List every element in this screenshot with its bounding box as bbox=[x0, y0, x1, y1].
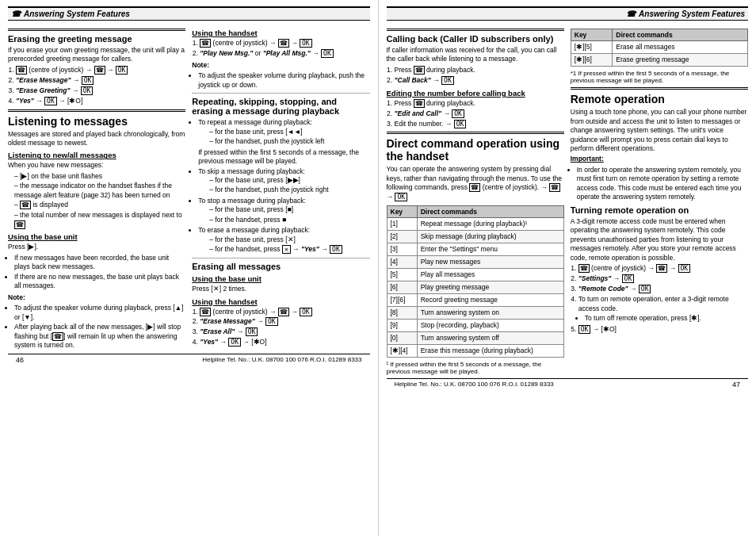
table-key: [4] bbox=[387, 256, 417, 269]
erasing-greeting-steps: ☎ (centre of joystick) → ☎ → OK "Erase M… bbox=[16, 66, 185, 106]
erase-sub: for the base unit, press [✕] for the han… bbox=[209, 235, 369, 255]
table-body: [1] Repeat message (during playback)¹ [2… bbox=[387, 217, 563, 358]
base-note-item: If there are no new messages, the base u… bbox=[14, 273, 185, 291]
handset-notes: To adjust the speaker volume during play… bbox=[198, 71, 369, 90]
ok-key16: OK bbox=[578, 325, 591, 334]
ok-key9: OK bbox=[441, 76, 454, 85]
remote-operation-body: Using a touch tone phone, you can call y… bbox=[571, 108, 748, 153]
ok-key8: OK bbox=[228, 338, 241, 346]
divider4 bbox=[192, 258, 369, 258]
step-item: "Yes" → OK → [✱O] bbox=[16, 97, 185, 106]
divider7 bbox=[571, 87, 748, 90]
left-footer: 46 Helpline Tel. No.: U.K. 08700 100 076… bbox=[8, 354, 370, 366]
table-cmd: Enter the "Settings" menu bbox=[417, 243, 563, 256]
step-item: To turn on remote operation, enter a 3-d… bbox=[578, 295, 748, 323]
table-row: [✱][4] Erase this message (during playba… bbox=[387, 345, 563, 358]
remote-operation-section: Remote operation Using a touch tone phon… bbox=[571, 93, 748, 335]
msg-icon7: ☎ bbox=[656, 264, 667, 273]
skip-sub: for the base unit, press [▶▶] for the ha… bbox=[209, 176, 369, 195]
table-row: [3] Enter the "Settings" menu bbox=[387, 243, 563, 256]
right-header-icon: ☎ bbox=[626, 10, 636, 18]
ok-key11: OK bbox=[454, 120, 467, 128]
right-page-num: 47 bbox=[732, 381, 740, 389]
msg-icon3: ☎ bbox=[52, 332, 63, 341]
listening-new-title: Listening to new/all messages bbox=[8, 151, 185, 159]
handset-title: Using the handset bbox=[192, 29, 369, 37]
indicator-item: the message indicator on the handset fla… bbox=[14, 182, 185, 200]
repeating-list: To repeat a message during playback: for… bbox=[198, 118, 369, 255]
table-key: [3] bbox=[387, 243, 417, 256]
direct-command-table: Key Direct commands [1] Repeat message (… bbox=[387, 205, 564, 358]
table-row: [7][6] Record greeting message bbox=[387, 294, 563, 307]
table-row: [✱][5] Erase all messages bbox=[571, 41, 747, 54]
sub-item: for the base unit, press [✕] bbox=[209, 235, 369, 244]
skip-item: To skip a message during playback: for t… bbox=[198, 167, 369, 195]
repeat-item: To repeat a message during playback: for… bbox=[198, 118, 369, 166]
erasing-all-base-body: Press [✕] 2 times. bbox=[192, 285, 369, 293]
right-header: ☎ Answering System Features bbox=[387, 6, 749, 21]
turning-on-body: A 3-digit remote access code must be ent… bbox=[571, 217, 748, 262]
msg-icon2: ☎ bbox=[14, 220, 25, 229]
divider5 bbox=[387, 29, 564, 31]
ok-key14: OK bbox=[622, 274, 635, 283]
indicator-item: the total number of new messages is disp… bbox=[14, 211, 185, 229]
indicator-item: [▶] on the base unit flashes bbox=[14, 172, 185, 181]
right-col-left: Calling back (Caller ID subscribers only… bbox=[387, 25, 564, 378]
joystick-icon2: ☎ bbox=[200, 39, 211, 48]
table-cmd: Record greeting message bbox=[417, 294, 563, 307]
table-cmd: Play new messages bbox=[417, 256, 563, 269]
ok-key: OK bbox=[82, 76, 94, 85]
table-key: [✱][4] bbox=[387, 345, 417, 358]
remote-table-body: [✱][5] Erase all messages [✱][6] Erase g… bbox=[571, 41, 747, 67]
base-notes: If new messages have been recorded, the … bbox=[14, 254, 185, 291]
left-header-title: ☎ Answering System Features bbox=[11, 10, 130, 18]
joystick-icon: ☎ bbox=[16, 66, 27, 75]
step-item: OK → [✱O] bbox=[578, 325, 748, 335]
caller-id-body: If caller information was received for t… bbox=[387, 46, 564, 64]
table-row: [5] Play all messages bbox=[387, 269, 563, 281]
page-right: ☎ Answering System Features Calling back… bbox=[379, 0, 757, 536]
listening-body: Messages are stored and played back chro… bbox=[8, 130, 185, 148]
handset-note-item: To adjust the speaker volume during play… bbox=[198, 71, 369, 90]
remote-table-footnote: *1 If pressed within the first 5 seconds… bbox=[571, 70, 748, 84]
important-item: In order to operate the answering system… bbox=[577, 166, 748, 202]
joystick-icon4: ☎ bbox=[578, 264, 590, 273]
remote-cmd-table: Key Direct commands [✱][5] Erase all mes… bbox=[571, 29, 748, 67]
table-cmd: Repeat message (during playback)¹ bbox=[417, 217, 563, 230]
phone-icon: ☎ bbox=[414, 66, 425, 75]
erasing-all-steps: ☎ (centre of joystick) → ☎ → OK "Erase M… bbox=[200, 308, 369, 348]
step-item: "Erase Message" → OK bbox=[16, 76, 185, 86]
table-cmd: Play greeting message bbox=[417, 281, 563, 294]
table-cmd: Erase all messages bbox=[613, 41, 748, 54]
stop-sub: for the base unit, press [■] for the han… bbox=[209, 205, 369, 224]
note-label1: Note: bbox=[8, 293, 185, 302]
left-footer-text: Helpline Tel. No.: U.K. 08700 100 076 R.… bbox=[202, 356, 361, 364]
table-key: [✱][6] bbox=[571, 54, 613, 67]
ok-key15: OK bbox=[639, 285, 651, 293]
erasing-all-section: Erasing all messages Using the base unit… bbox=[192, 262, 369, 347]
table-row: [✱][6] Erase greeting message bbox=[571, 54, 747, 67]
sub-item: for the base unit, press [■] bbox=[209, 205, 369, 214]
ok-key6: OK bbox=[265, 317, 278, 326]
step-item: ☎ (centre of joystick) → ☎ → OK bbox=[200, 308, 369, 317]
erase-item: To erase a message during playback: for … bbox=[198, 226, 369, 255]
step-item: "Erase Message" → OK bbox=[200, 317, 369, 327]
right-col-right: Key Direct commands [✱][5] Erase all mes… bbox=[571, 25, 748, 378]
right-two-col: Calling back (Caller ID subscribers only… bbox=[387, 25, 749, 378]
erasing-all-title: Erasing all messages bbox=[192, 262, 369, 271]
ok-key: OK bbox=[44, 97, 57, 105]
sub-item: for the handset, press ✕ → "Yes" → OK bbox=[209, 245, 369, 255]
sub-item: for the handset, push the joystick left bbox=[209, 137, 369, 146]
base-note-item: If new messages have been recorded, the … bbox=[14, 254, 185, 272]
listening-section: Listening to messages Messages are store… bbox=[8, 109, 185, 350]
important-list: In order to operate the answering system… bbox=[577, 166, 748, 202]
table-key: [0] bbox=[387, 332, 417, 345]
repeat-sub: for the base unit, press [◄◄] for the ha… bbox=[209, 128, 369, 147]
remote-table-col1: Key bbox=[571, 29, 613, 41]
table-cmd: Erase this message (during playback) bbox=[417, 345, 563, 358]
listening-title: Listening to messages bbox=[8, 115, 185, 128]
using-base-title: Using the base unit bbox=[8, 232, 185, 241]
sub-item: for the base unit, press [◄◄] bbox=[209, 128, 369, 136]
ok-key: OK bbox=[81, 86, 94, 95]
sub-item: for the handset, push the joystick right bbox=[209, 186, 369, 194]
